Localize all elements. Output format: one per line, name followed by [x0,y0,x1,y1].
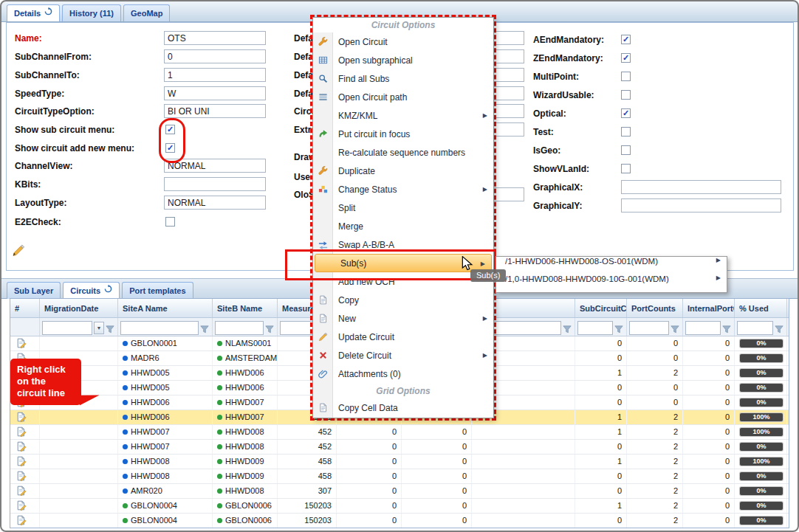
menu-item-put-circuit-in-focus[interactable]: Put circuit in focus [313,125,493,143]
dropdown-arrow-icon[interactable]: ▼ [94,322,104,334]
filter-funnel-icon[interactable] [671,323,680,333]
column-header-blank[interactable]: # [10,299,40,317]
column-header-migrationdate[interactable]: MigrationDate [40,299,118,317]
filter-input[interactable] [42,321,92,335]
refresh-icon[interactable] [44,7,52,17]
edit-row-icon[interactable] [16,486,27,497]
filter-input[interactable] [629,321,669,335]
checkbox-multipoint[interactable] [621,72,631,81]
input-graphicaly[interactable] [621,198,781,213]
checkbox-test[interactable] [621,127,631,137]
menu-item-open-circuit-path[interactable]: Open Circuit path [313,88,493,106]
menu-item-find-all-subs[interactable]: Find all Subs [313,69,493,88]
checkbox-show-sub-circuit-menu[interactable] [165,125,175,134]
grid-row[interactable]: HHWD007HHWD008452000200% [10,440,789,455]
submenu-item-1-0-hhwd008-hhwd009-10g-001-wdm[interactable]: /1,0-HHWD008-HHWD009-10G-001(WDM)▶ [496,274,727,292]
grid-row[interactable]: HHWD007HHWD00845200120100% [10,425,789,440]
menu-item-copy-cell-data[interactable]: Copy Cell Data [313,398,493,417]
menu-item-open-subgraphical[interactable]: Open subgraphical [313,51,493,69]
menu-item-change-status[interactable]: Change Status▶ [313,180,493,198]
filter-input[interactable] [737,321,773,335]
filter-input[interactable] [120,321,199,335]
menu-item-re-calculate-sequence-numbers[interactable]: Re-calculate sequence numbers [313,143,493,162]
menu-item-add-new-och[interactable]: Add new OCH [313,272,493,291]
tab-sub-layer[interactable]: Sub Layer [7,282,61,299]
input-subchannelfrom[interactable] [164,49,266,63]
tab-circuits[interactable]: Circuits [63,282,120,299]
menu-item-swap-a-b-b-a[interactable]: Swap A-B/B-A [313,235,493,254]
edit-pencil-button[interactable] [12,243,28,260]
input-subchannelto[interactable] [164,68,266,82]
menu-item-delete-circuit[interactable]: Delete Circuit▶ [313,346,493,365]
filter-input[interactable] [685,321,721,335]
edit-row-icon[interactable] [16,338,27,350]
input-graphicalx[interactable] [621,180,781,194]
input-layouttype[interactable] [164,196,266,210]
input-speedtype[interactable] [164,86,266,100]
menu-item-open-circuit[interactable]: Open Circuit [313,32,493,51]
edit-row-icon[interactable] [16,500,27,512]
checkbox-aendmandatory[interactable] [621,35,631,44]
tab-geomap[interactable]: GeoMap [123,4,170,21]
menu-item-update-circuit[interactable]: Update Circuit [313,328,493,346]
grid-row[interactable]: HHWD008HHWD009458000200% [10,469,789,484]
filter-funnel-icon[interactable] [200,323,210,333]
input-channelview[interactable] [164,159,266,173]
filter-funnel-icon[interactable] [614,323,624,333]
menu-item-duplicate[interactable]: Duplicate [313,162,493,180]
site-name: HHWD009 [225,471,264,480]
edit-row-icon[interactable] [16,441,27,453]
cell: 0 [627,336,683,350]
checkbox-isgeo[interactable] [621,145,631,155]
tab-history[interactable]: History (11) [62,4,121,21]
column-header-subcircuitco[interactable]: SubCircuitCo... [575,299,627,317]
cell: 0 [627,381,683,395]
edit-row-icon[interactable] [16,515,27,527]
column-header-portcounts[interactable]: PortCounts [627,299,683,317]
grid-row[interactable]: AMR020HHWD008307000200% [10,484,789,499]
filter-funnel-icon[interactable] [722,323,732,333]
menu-item-attachments-0[interactable]: Attachments (0) [313,365,493,383]
tab-port-templates[interactable]: Port templates [122,282,193,299]
menu-item-kmz-kml[interactable]: KMZ/KML▶ [313,106,493,125]
input-circuittypeoption[interactable] [164,104,266,118]
edit-row-icon[interactable] [16,471,27,483]
checkbox-optical[interactable] [621,108,631,118]
cell: 0% [735,484,787,498]
input-kbits[interactable] [164,177,266,191]
edit-row-icon[interactable] [16,456,27,468]
column-header-siteb-name[interactable]: SiteB Name [213,299,278,317]
filter-input[interactable] [215,321,264,335]
filter-funnel-icon[interactable] [265,323,275,333]
column-header-used[interactable]: % Used [735,299,787,317]
menu-item-split[interactable]: Split [313,198,493,217]
menu-item-new[interactable]: New▶ [313,309,493,328]
edit-row-icon[interactable] [16,426,27,438]
column-header-internalportc[interactable]: InternalPortC... [683,299,735,317]
menu-item-copy[interactable]: Copy [313,291,493,309]
checkbox-showvlanid[interactable] [621,164,631,173]
menu-item-merge[interactable]: Merge [313,217,493,235]
grid-row[interactable]: GBLON0004GBLON0006150203001200% [10,499,789,514]
column-header-label: % Used [739,304,769,313]
column-header-sitea-name[interactable]: SiteA Name [118,299,213,317]
used-badge-value: 0% [740,398,783,407]
cell: GBLON0006 [213,514,278,528]
used-badge: 0% [739,471,783,481]
filter-input[interactable] [577,321,613,335]
refresh-icon[interactable] [104,285,112,294]
grid-row[interactable]: GBLON0004GBLON0006150203000200% [10,514,789,528]
menu-title: Circuit Options [313,18,493,32]
input-name[interactable] [164,31,266,45]
filter-funnel-icon[interactable] [775,323,784,333]
filter-funnel-icon[interactable] [563,323,572,333]
grid-row[interactable]: HHWD008HHWD00945800120100% [10,455,789,469]
checkbox-e2echeck[interactable] [165,217,175,227]
submenu-item-1-hhwd006-hhwd008-os-001-wdm[interactable]: /1-HHWD006-HHWD008-OS-001(WDM)▶ [496,257,727,274]
checkbox-show-circuit-add-new-menu[interactable] [165,143,175,153]
edit-row-icon[interactable] [16,412,27,424]
checkbox-wizardusable[interactable] [621,90,631,100]
tab-details[interactable]: Details [7,4,60,21]
filter-funnel-icon[interactable] [106,323,115,333]
checkbox-zendmandatory[interactable] [621,53,631,63]
